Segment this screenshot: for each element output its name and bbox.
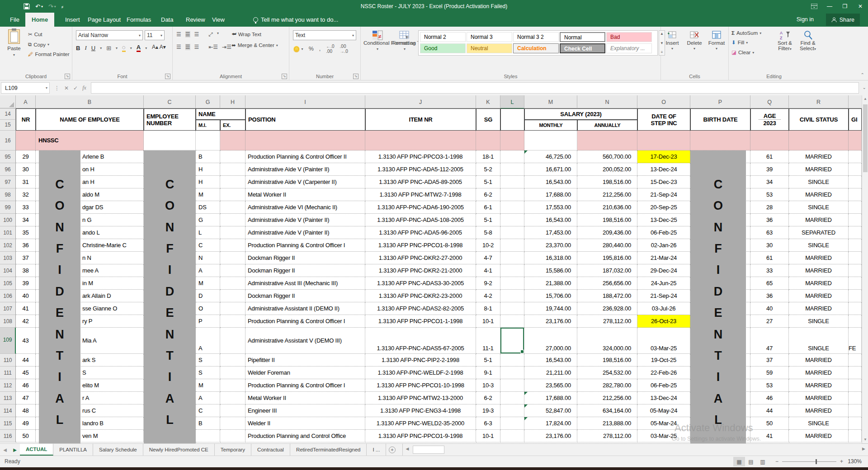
- cell-nr-108[interactable]: 42: [16, 315, 36, 328]
- accounting-format-icon[interactable]: 🪙: [293, 46, 300, 52]
- cell-style-normal-3-2[interactable]: Normal 3 2: [513, 32, 559, 42]
- cell-monthly-99[interactable]: 17,553.00: [524, 201, 577, 214]
- cell-k16[interactable]: [476, 131, 500, 150]
- cell-item-116[interactable]: 1.3130 AFP PNC-PPCO1-9-1998: [365, 430, 476, 442]
- cell-position-113[interactable]: Metal Worker II: [245, 392, 365, 404]
- cell-age-102[interactable]: 30: [750, 239, 789, 252]
- cell-annually-110[interactable]: 198,516.00: [577, 354, 637, 367]
- cell-monthly-113[interactable]: 17,688.00: [524, 392, 577, 404]
- wrap-text-button[interactable]: ⮨Wrap Text: [231, 31, 278, 37]
- cell-annually-100[interactable]: 198,516.00: [577, 214, 637, 226]
- align-top-icon[interactable]: ☰: [176, 31, 181, 38]
- cell-nr-99[interactable]: 33: [16, 201, 36, 214]
- cell-monthly-112[interactable]: 23,565.00: [524, 379, 577, 392]
- cell-l-98[interactable]: [500, 188, 524, 201]
- cell-age-101[interactable]: 63: [750, 226, 789, 239]
- font-color-icon[interactable]: A: [137, 44, 141, 52]
- column-header-A[interactable]: A: [16, 95, 36, 108]
- cell-position-95[interactable]: Production Planning & Control Officer II: [245, 150, 365, 163]
- cell-mi-102[interactable]: C: [196, 239, 220, 252]
- row-header-16[interactable]: 16: [0, 131, 16, 150]
- cell-sg-102[interactable]: 10-2: [476, 239, 500, 252]
- vertical-scroll-thumb[interactable]: [863, 104, 868, 172]
- ribbon-tab-data[interactable]: Data: [155, 13, 179, 27]
- cell-age-98[interactable]: 53: [750, 188, 789, 201]
- cell-item-111[interactable]: 1.3130 AFP-PNC-WELDF-2-1998: [365, 367, 476, 379]
- cell-item-109[interactable]: 1.3130 AFP-PNC-ADAS5-67-2005: [365, 328, 476, 354]
- cell-sg-113[interactable]: 6-2: [476, 392, 500, 404]
- cell-civil-95[interactable]: MARRIED: [789, 150, 849, 163]
- align-right-icon[interactable]: ☰: [194, 44, 199, 50]
- cell-extra-115[interactable]: [849, 417, 862, 430]
- cell-mi-114[interactable]: C: [196, 404, 220, 417]
- cell-l-105[interactable]: [500, 277, 524, 290]
- cell-age-100[interactable]: 36: [750, 214, 789, 226]
- cell-extra-102[interactable]: [849, 239, 862, 252]
- cell-position-114[interactable]: Engineer III: [245, 404, 365, 417]
- row-header-99[interactable]: 99: [0, 201, 16, 214]
- cell-ex-112[interactable]: [220, 379, 245, 392]
- cell-age-113[interactable]: 46: [750, 392, 789, 404]
- cell-mi-96[interactable]: H: [196, 163, 220, 176]
- cell-j16[interactable]: [365, 131, 476, 150]
- cell-civil-97[interactable]: SINGLE: [789, 176, 849, 188]
- cell-mi-107[interactable]: O: [196, 302, 220, 315]
- align-left-icon[interactable]: ☰: [176, 44, 181, 50]
- tell-me-box[interactable]: Tell me what you want to do...: [253, 13, 338, 27]
- cell-style-normal[interactable]: Normal: [560, 32, 605, 42]
- cell-ex-105[interactable]: [220, 277, 245, 290]
- cell-extra-107[interactable]: [849, 302, 862, 315]
- format-cells-button[interactable]: Format▾: [706, 30, 727, 51]
- cell-sg-105[interactable]: 9-2: [476, 277, 500, 290]
- cell-n16[interactable]: [577, 131, 637, 150]
- cell-position-111[interactable]: Welder Foreman: [245, 367, 365, 379]
- clear-button[interactable]: ◪Clear▾: [731, 49, 761, 56]
- column-header-M[interactable]: M: [524, 95, 577, 108]
- cell-l-113[interactable]: [500, 392, 524, 404]
- cell-style-good[interactable]: Good: [420, 43, 466, 53]
- sheet-tab-contractual[interactable]: Contractual: [251, 444, 290, 456]
- column-header-I[interactable]: I: [245, 95, 365, 108]
- clipboard-dialog-launcher-icon[interactable]: ⇘: [65, 74, 70, 79]
- cell-sg-116[interactable]: 10-1: [476, 430, 500, 442]
- row-header-101[interactable]: 101: [0, 226, 16, 239]
- cell-mi-113[interactable]: A: [196, 392, 220, 404]
- minimize-button[interactable]: —: [822, 0, 837, 13]
- cell-position-109[interactable]: Administrative Assistant V (DEMO III): [245, 328, 365, 354]
- row-header-116[interactable]: 116: [0, 430, 16, 442]
- cell-item-105[interactable]: 1.3130 AFP PNC-ADAS3-30-2005: [365, 277, 476, 290]
- decrease-decimal-icon[interactable]: .00→.0: [340, 44, 348, 54]
- row-header-102[interactable]: 102: [0, 239, 16, 252]
- cell-position-96[interactable]: Administrative Aide V (Painter II): [245, 163, 365, 176]
- cell-l-96[interactable]: [500, 163, 524, 176]
- cell-civil-113[interactable]: MARRIED: [789, 392, 849, 404]
- cell-mi-116[interactable]: [196, 430, 220, 442]
- cell-step-date-96[interactable]: 13-Dec-24: [637, 163, 690, 176]
- cell-item-115[interactable]: 1.3130 AFP PNC-WELD2-35-2000: [365, 417, 476, 430]
- cell-civil-109[interactable]: SINGLE: [789, 328, 849, 354]
- column-header-R[interactable]: R: [789, 95, 849, 108]
- cell-civil-96[interactable]: MARRIED: [789, 163, 849, 176]
- cell-l-114[interactable]: [500, 404, 524, 417]
- undo-icon[interactable]: ↶▾: [35, 3, 43, 10]
- paste-button[interactable]: Paste▾: [4, 29, 24, 69]
- cell-nr-111[interactable]: 45: [16, 367, 36, 379]
- cell-s16[interactable]: [849, 131, 862, 150]
- cell-age-106[interactable]: 36: [750, 290, 789, 302]
- cell-monthly-98[interactable]: 17,688.00: [524, 188, 577, 201]
- normal-view-icon[interactable]: ▦: [733, 457, 745, 466]
- cell-step-date-109[interactable]: 03-Mar-25: [637, 328, 690, 354]
- cell-age-108[interactable]: 27: [750, 315, 789, 328]
- cell-extra-103[interactable]: [849, 252, 862, 264]
- cell-sg-96[interactable]: 5-2: [476, 163, 500, 176]
- column-header-L[interactable]: L: [500, 95, 524, 108]
- enter-formula-icon[interactable]: ✓: [73, 85, 78, 91]
- cell-ex-97[interactable]: [220, 176, 245, 188]
- cell-civil-106[interactable]: MARRIED: [789, 290, 849, 302]
- insert-cells-button[interactable]: Insert▾: [662, 30, 683, 51]
- cell-monthly-109[interactable]: 27,000.00: [524, 328, 577, 354]
- conditional-formatting-button[interactable]: ≠ Conditional Formatting▾: [363, 30, 392, 51]
- cell-nr-106[interactable]: 40: [16, 290, 36, 302]
- row-header-111[interactable]: 111: [0, 367, 16, 379]
- cell-ex-106[interactable]: [220, 290, 245, 302]
